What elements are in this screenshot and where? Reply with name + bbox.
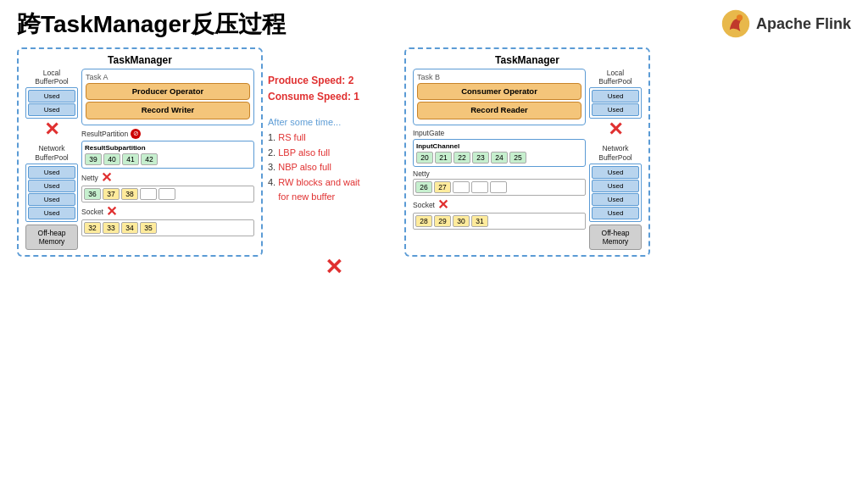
result-subpartition-label: ResultSubpartition bbox=[85, 144, 251, 152]
right-taskmanager: TaskManager Task B Consumer Operator Rec… bbox=[404, 47, 650, 257]
rs-num-40: 40 bbox=[103, 153, 120, 165]
rs-num-42: 42 bbox=[141, 153, 158, 165]
r-netty-num-26: 26 bbox=[415, 181, 432, 193]
left-tm-label: TaskManager bbox=[25, 54, 254, 66]
socket-num-33: 33 bbox=[103, 222, 120, 234]
right-nbp-box: Used Used Used Used bbox=[589, 164, 642, 222]
left-socket-area: Socket ✕ 32 33 34 35 bbox=[81, 205, 254, 236]
r-netty-num-27: 27 bbox=[434, 181, 451, 193]
left-netty-text: Netty bbox=[81, 174, 98, 182]
center-info-panel: Produce Speed: 2 Consume Speed: 1 After … bbox=[268, 47, 399, 278]
right-lbp-used-2: Used bbox=[592, 103, 639, 116]
center-cross-icon: ✕ bbox=[325, 254, 343, 280]
netty-empty-1 bbox=[140, 188, 157, 200]
ic-num-23: 23 bbox=[472, 152, 489, 164]
ic-num-22: 22 bbox=[453, 152, 470, 164]
producer-operator-box: Producer Operator bbox=[86, 83, 250, 100]
left-lbp-cross-icon: ✕ bbox=[44, 120, 59, 139]
right-nbp-label: NetworkBufferPool bbox=[589, 144, 642, 161]
left-lbp-x-mark: ✕ bbox=[25, 119, 78, 141]
right-lbp-cross-icon: ✕ bbox=[608, 120, 623, 139]
rs-num-41: 41 bbox=[122, 153, 139, 165]
inputgate-label: InputGate bbox=[413, 129, 586, 137]
consume-speed-value: 1 bbox=[353, 91, 359, 103]
left-task-column: Task A Producer Operator Record Writer R… bbox=[81, 69, 254, 236]
socket-num-35: 35 bbox=[140, 222, 157, 234]
left-nbp-used-1: Used bbox=[28, 166, 75, 179]
netty-num-38: 38 bbox=[121, 188, 138, 200]
left-socket-label: Socket ✕ bbox=[81, 205, 254, 219]
result-subpartition-numbers: 39 40 41 42 bbox=[85, 153, 251, 165]
after-time-text: After some time... 1. RS full 2. LBP als… bbox=[268, 115, 399, 205]
left-offheap-memory: Off-heapMemory bbox=[25, 225, 78, 250]
socket-num-34: 34 bbox=[121, 222, 138, 234]
netty-empty-2 bbox=[159, 188, 175, 200]
record-reader-box: Record Reader bbox=[417, 102, 581, 119]
consume-speed-label: Consume Speed: bbox=[268, 91, 353, 103]
left-lbp-used-2: Used bbox=[28, 103, 75, 116]
flink-icon bbox=[721, 8, 751, 39]
right-netty-label: Netty bbox=[413, 169, 586, 178]
step-4: RW blocks and wait for new buffer bbox=[268, 177, 360, 202]
result-subpartition-box: ResultSubpartition 39 40 41 42 bbox=[81, 141, 254, 169]
left-taskmanager: TaskManager LocalBufferPool Used Used ✕ … bbox=[17, 47, 263, 257]
step-3: NBP also full bbox=[278, 162, 331, 172]
flink-label: Apache Flink bbox=[756, 15, 851, 33]
inputgate-area: InputGate InputChannel 20 21 22 23 24 25 bbox=[413, 129, 586, 167]
step-1: RS full bbox=[278, 132, 305, 142]
consumer-operator-box: Consumer Operator bbox=[417, 83, 581, 100]
ic-num-21: 21 bbox=[435, 152, 452, 164]
r-netty-empty-2 bbox=[471, 181, 488, 193]
right-nbp-used-3: Used bbox=[592, 193, 639, 206]
right-task-column: Task B Consumer Operator Record Reader I… bbox=[413, 69, 586, 230]
right-buffer-pool-column: LocalBufferPool Used Used ✕ NetworkBuffe… bbox=[589, 69, 642, 250]
step-2: LBP also full bbox=[278, 147, 330, 158]
r-netty-empty-1 bbox=[453, 181, 470, 193]
socket-num-32: 32 bbox=[84, 222, 101, 234]
right-lbp-x-mark: ✕ bbox=[589, 119, 642, 141]
produce-speed-value: 2 bbox=[348, 75, 354, 86]
netty-num-36: 36 bbox=[84, 188, 101, 200]
main-layout: TaskManager LocalBufferPool Used Used ✕ … bbox=[17, 47, 851, 278]
left-lbp-box: Used Used bbox=[25, 87, 78, 119]
right-socket-text: Socket bbox=[413, 201, 435, 209]
right-netty-area: Netty 26 27 bbox=[413, 169, 586, 196]
svg-point-1 bbox=[737, 14, 743, 20]
left-netty-area: Netty ✕ 36 37 38 bbox=[81, 171, 254, 202]
speed-info: Produce Speed: 2 Consume Speed: 1 bbox=[268, 73, 399, 105]
netty-num-37: 37 bbox=[103, 188, 120, 200]
left-lbp-used-1: Used bbox=[28, 90, 75, 103]
left-buffer-pool-column: LocalBufferPool Used Used ✕ NetworkBuffe… bbox=[25, 69, 78, 250]
rs-num-39: 39 bbox=[85, 153, 102, 165]
r-socket-num-31: 31 bbox=[471, 215, 488, 227]
left-socket-cross-icon: ✕ bbox=[106, 205, 117, 219]
right-socket-area: Socket ✕ 28 29 30 31 bbox=[413, 198, 586, 230]
left-nbp-box: Used Used Used Used bbox=[25, 164, 78, 222]
record-writer-box: Record Writer bbox=[86, 102, 250, 119]
task-b-box: Task B Consumer Operator Record Reader bbox=[413, 69, 586, 125]
left-nbp-used-3: Used bbox=[28, 193, 75, 206]
right-socket-box: 28 29 30 31 bbox=[413, 213, 586, 230]
after-time-label: After some time... bbox=[268, 117, 341, 127]
task-a-box: Task A Producer Operator Record Writer bbox=[81, 69, 254, 125]
r-socket-num-30: 30 bbox=[453, 215, 470, 227]
left-lbp-label: LocalBufferPool bbox=[25, 69, 78, 86]
left-inner-row: LocalBufferPool Used Used ✕ NetworkBuffe… bbox=[25, 69, 254, 250]
right-nbp-used-4: Used bbox=[592, 207, 639, 219]
left-netty-cross-icon: ✕ bbox=[101, 171, 112, 185]
left-socket-text: Socket bbox=[81, 208, 103, 216]
left-socket-box: 32 33 34 35 bbox=[81, 219, 254, 236]
ic-num-24: 24 bbox=[491, 152, 508, 164]
flink-logo: Apache Flink bbox=[721, 8, 851, 39]
right-tm-label: TaskManager bbox=[413, 54, 642, 66]
r-socket-num-28: 28 bbox=[415, 215, 432, 227]
right-nbp-used-1: Used bbox=[592, 166, 639, 179]
right-lbp-label: LocalBufferPool bbox=[589, 69, 642, 86]
right-netty-box: 26 27 bbox=[413, 179, 586, 196]
result-partition-text: ResultPartition bbox=[81, 130, 128, 138]
left-netty-label: Netty ✕ bbox=[81, 171, 254, 185]
left-netty-box: 36 37 38 bbox=[81, 186, 254, 202]
right-socket-label: Socket ✕ bbox=[413, 198, 586, 212]
inputchannel-label: InputChannel bbox=[416, 142, 582, 150]
right-inner-row: Task B Consumer Operator Record Reader I… bbox=[413, 69, 642, 250]
